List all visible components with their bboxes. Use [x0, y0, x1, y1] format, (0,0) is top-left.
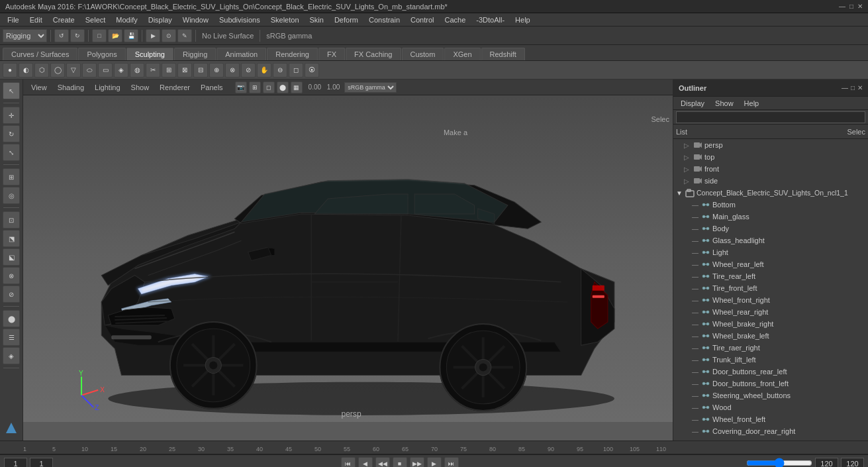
- tree-item-body[interactable]: — Body: [673, 223, 868, 234]
- timeline-ruler[interactable]: 1 5 10 15 20 25 30 35 40 45 50 55 60 65 …: [0, 441, 868, 454]
- tree-item-door-buttons-rear-left[interactable]: — Door_buttons_rear_left: [673, 366, 868, 378]
- workspace-selector[interactable]: Rigging Modeling: [3, 29, 47, 42]
- viewport-menu-panels[interactable]: Panels: [197, 82, 227, 93]
- tree-item-covering-door-front-right[interactable]: — Covering_door_front_right: [673, 437, 868, 441]
- new-scene-button[interactable]: □: [92, 29, 107, 42]
- go-end-button[interactable]: ⏭: [444, 457, 459, 468]
- range-slider-container[interactable]: [746, 459, 812, 468]
- menu-modify[interactable]: Modify: [111, 15, 142, 25]
- play-forward-button[interactable]: ▶▶: [410, 457, 424, 468]
- open-scene-button[interactable]: 📂: [108, 29, 122, 42]
- menu-select[interactable]: Select: [81, 15, 111, 25]
- grab-tool[interactable]: ✋: [257, 63, 271, 78]
- tree-item-door-buttons-front-left[interactable]: — Door_buttons_front_left: [673, 378, 868, 389]
- tab-curves-surfaces[interactable]: Curves / Surfaces: [3, 48, 77, 60]
- brush-tool-2[interactable]: ◍: [130, 63, 144, 78]
- sphere-tool[interactable]: ●: [3, 63, 17, 78]
- tab-fx-caching[interactable]: FX Caching: [346, 48, 401, 60]
- outliner-tree[interactable]: ▷ persp ▷ top ▷ front ▷ side: [673, 139, 868, 441]
- extrude-face-button[interactable]: ⊡: [3, 211, 20, 229]
- outliner-close[interactable]: ✕: [857, 84, 863, 91]
- viewport-menu-view[interactable]: View: [27, 82, 51, 93]
- minimize-button[interactable]: —: [839, 3, 845, 10]
- rotate-tool-button[interactable]: ↻: [3, 125, 20, 142]
- outliner-menu-help[interactable]: Help: [740, 98, 764, 109]
- timeline-current-input[interactable]: [30, 458, 53, 468]
- snap-grid-button[interactable]: ⊞: [3, 168, 20, 185]
- tab-rendering[interactable]: Rendering: [267, 48, 318, 60]
- tree-item-top[interactable]: ▷ top: [673, 151, 868, 163]
- tree-item-glass-headlight[interactable]: — Glass_headlight: [673, 234, 868, 246]
- viewport-menu-shading[interactable]: Shading: [54, 82, 88, 93]
- redo-button[interactable]: ↻: [70, 29, 85, 42]
- viewport-menu-renderer[interactable]: Renderer: [156, 82, 194, 93]
- skin-clusters-button[interactable]: ☰: [3, 329, 20, 346]
- tree-item-tire-raer-right[interactable]: — Tire_raer_right: [673, 342, 868, 354]
- camera-icon[interactable]: 📷: [235, 81, 247, 93]
- textured-toggle[interactable]: ▦: [291, 81, 303, 93]
- tab-rigging[interactable]: Rigging: [174, 48, 216, 60]
- menu-skeleton[interactable]: Skeleton: [266, 15, 304, 25]
- mirror-tool[interactable]: ⊗: [225, 63, 240, 78]
- tree-item-persp[interactable]: ▷ persp: [673, 139, 868, 151]
- tree-item-bottom[interactable]: — Bottom: [673, 199, 868, 211]
- tree-item-trunk-lift-left[interactable]: — Trunk_lift_left: [673, 354, 868, 366]
- tree-item-side[interactable]: ▷ side: [673, 175, 868, 187]
- cone-tool[interactable]: ▽: [66, 63, 81, 78]
- outliner-menu-display[interactable]: Display: [676, 98, 709, 109]
- bridge-button[interactable]: ⬕: [3, 248, 20, 266]
- select-tool-button[interactable]: ↖: [3, 82, 20, 99]
- tree-item-root-group[interactable]: ▼ Concept_Black_Electric_SUV_Lights_On_n…: [673, 187, 868, 199]
- brush-tool-1[interactable]: ◈: [114, 63, 128, 78]
- menu-constrain[interactable]: Constrain: [364, 15, 405, 25]
- tree-item-tire-rear-left[interactable]: — Tire_rear_left: [673, 270, 868, 282]
- timeline-start-input[interactable]: [4, 458, 27, 468]
- color-profile-selector[interactable]: sRGB gamma: [344, 82, 397, 93]
- polygon-tool[interactable]: ⬡: [34, 63, 49, 78]
- curve-tool[interactable]: ◐: [19, 63, 33, 78]
- smooth-tool[interactable]: ⊠: [177, 63, 192, 78]
- menu-subdivisions[interactable]: Subdivisions: [215, 15, 265, 25]
- outliner-maximize[interactable]: □: [851, 84, 855, 91]
- deform-tool[interactable]: ⊟: [193, 63, 208, 78]
- cut-tool[interactable]: ✂: [146, 63, 160, 78]
- split-poly-button[interactable]: ⊗: [3, 267, 20, 284]
- tree-item-wheel-brake-right[interactable]: — Wheel_brake_right: [673, 318, 868, 330]
- stop-button[interactable]: ■: [393, 457, 407, 468]
- extrude-tool[interactable]: ⊞: [162, 63, 176, 78]
- viewport-menu-lighting[interactable]: Lighting: [91, 82, 124, 93]
- menu-edit[interactable]: Edit: [25, 15, 47, 25]
- tab-custom[interactable]: Custom: [402, 48, 444, 60]
- outliner-minimize[interactable]: —: [842, 84, 848, 91]
- outliner-menu-show[interactable]: Show: [710, 98, 738, 109]
- menu-cache[interactable]: Cache: [440, 15, 471, 25]
- menu-display[interactable]: Display: [144, 15, 177, 25]
- shaded-toggle[interactable]: ⬤: [277, 81, 289, 93]
- tree-item-steering-wheel-buttons[interactable]: — Steering_wheel_buttons: [673, 389, 868, 401]
- cylinder-tool[interactable]: ⬭: [82, 63, 97, 78]
- tab-polygons[interactable]: Polygons: [78, 48, 125, 60]
- play-back-button[interactable]: ◀◀: [375, 457, 390, 468]
- tree-item-wheel-rear-right[interactable]: — Wheel_rear_right: [673, 306, 868, 318]
- tree-item-wood[interactable]: — Wood: [673, 401, 868, 413]
- menu-help[interactable]: Help: [510, 15, 535, 25]
- menu-window[interactable]: Window: [178, 15, 213, 25]
- timeline-range-slider[interactable]: [746, 459, 812, 467]
- tab-animation[interactable]: Animation: [217, 48, 266, 60]
- tree-item-wheel-brake-left[interactable]: — Wheel_brake_left: [673, 330, 868, 342]
- close-button[interactable]: ✕: [857, 3, 863, 10]
- soft-select-button[interactable]: ◎: [3, 187, 20, 204]
- menu-file[interactable]: File: [3, 15, 24, 25]
- select-mode-button[interactable]: ▶: [146, 29, 160, 42]
- plane-tool[interactable]: ▭: [98, 63, 113, 78]
- prev-frame-button[interactable]: ◀: [358, 457, 373, 468]
- loop-cut-button[interactable]: ⊘: [3, 285, 20, 303]
- tree-item-light[interactable]: — Light: [673, 246, 868, 258]
- sculpt-tool[interactable]: ◻: [289, 63, 303, 78]
- undo-button[interactable]: ↺: [54, 29, 69, 42]
- menu-deform[interactable]: Deform: [330, 15, 363, 25]
- go-start-button[interactable]: ⏮: [341, 457, 356, 468]
- timeline-playback-end-input[interactable]: [841, 458, 864, 468]
- relax-tool[interactable]: ⊘: [241, 63, 256, 78]
- tree-item-tire-front-left[interactable]: — Tire_front_left: [673, 282, 868, 294]
